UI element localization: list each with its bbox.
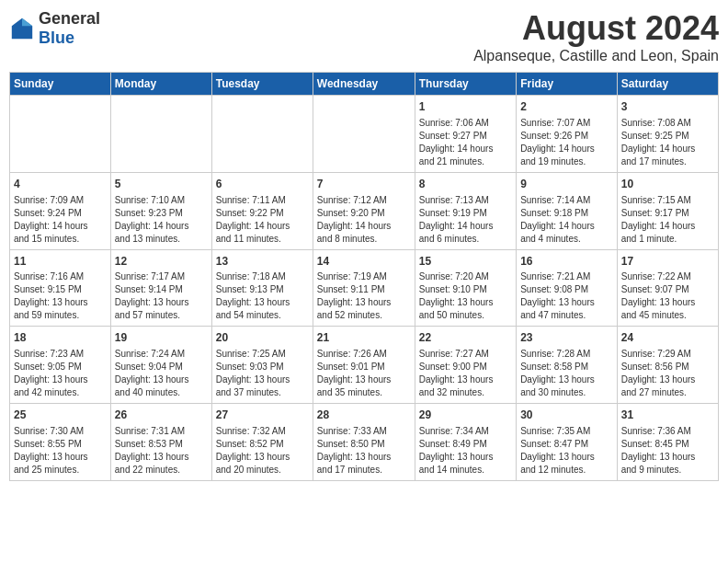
- day-number: 25: [14, 408, 107, 423]
- day-info: Sunrise: 7:19 AM Sunset: 9:11 PM Dayligh…: [317, 270, 411, 322]
- day-number: 28: [317, 408, 411, 423]
- day-info: Sunrise: 7:18 AM Sunset: 9:13 PM Dayligh…: [216, 270, 309, 322]
- day-info: Sunrise: 7:26 AM Sunset: 9:01 PM Dayligh…: [317, 348, 411, 399]
- weekday-header-saturday: Saturday: [617, 73, 718, 96]
- logo: General Blue: [9, 9, 100, 48]
- day-number: 8: [419, 177, 512, 192]
- calendar-day-21: 21Sunrise: 7:26 AM Sunset: 9:01 PM Dayli…: [313, 327, 415, 404]
- day-number: 6: [216, 177, 309, 192]
- calendar-day-17: 17Sunrise: 7:22 AM Sunset: 9:07 PM Dayli…: [617, 249, 718, 327]
- day-info: Sunrise: 7:32 AM Sunset: 8:52 PM Dayligh…: [216, 425, 309, 477]
- day-info: Sunrise: 7:28 AM Sunset: 8:58 PM Dayligh…: [520, 348, 613, 399]
- calendar-empty: [10, 96, 111, 173]
- day-number: 22: [419, 330, 512, 346]
- calendar-day-22: 22Sunrise: 7:27 AM Sunset: 9:00 PM Dayli…: [415, 327, 516, 404]
- day-info: Sunrise: 7:08 AM Sunset: 9:25 PM Dayligh…: [621, 117, 714, 168]
- calendar-day-2: 2Sunrise: 7:07 AM Sunset: 9:26 PM Daylig…: [517, 96, 618, 173]
- calendar-table: SundayMondayTuesdayWednesdayThursdayFrid…: [9, 72, 719, 481]
- day-number: 30: [520, 408, 613, 423]
- day-info: Sunrise: 7:35 AM Sunset: 8:47 PM Dayligh…: [520, 425, 613, 477]
- day-number: 15: [419, 254, 512, 270]
- calendar-day-31: 31Sunrise: 7:36 AM Sunset: 8:45 PM Dayli…: [617, 404, 718, 481]
- day-info: Sunrise: 7:16 AM Sunset: 9:15 PM Dayligh…: [14, 270, 107, 322]
- day-number: 11: [14, 254, 107, 270]
- calendar-week-4: 18Sunrise: 7:23 AM Sunset: 9:05 PM Dayli…: [10, 327, 719, 404]
- day-info: Sunrise: 7:09 AM Sunset: 9:24 PM Dayligh…: [14, 194, 107, 246]
- day-info: Sunrise: 7:33 AM Sunset: 8:50 PM Dayligh…: [317, 425, 411, 477]
- day-number: 17: [621, 254, 714, 270]
- calendar-day-15: 15Sunrise: 7:20 AM Sunset: 9:10 PM Dayli…: [415, 249, 516, 327]
- calendar-day-25: 25Sunrise: 7:30 AM Sunset: 8:55 PM Dayli…: [10, 404, 111, 481]
- day-info: Sunrise: 7:31 AM Sunset: 8:53 PM Dayligh…: [115, 425, 208, 477]
- weekday-header-thursday: Thursday: [415, 73, 516, 96]
- month-year-title: August 2024: [473, 9, 719, 48]
- calendar-week-3: 11Sunrise: 7:16 AM Sunset: 9:15 PM Dayli…: [10, 249, 719, 327]
- day-info: Sunrise: 7:29 AM Sunset: 8:56 PM Dayligh…: [621, 348, 714, 399]
- day-info: Sunrise: 7:07 AM Sunset: 9:26 PM Dayligh…: [520, 117, 613, 168]
- calendar-day-12: 12Sunrise: 7:17 AM Sunset: 9:14 PM Dayli…: [110, 249, 211, 327]
- day-number: 2: [520, 99, 613, 115]
- calendar-day-3: 3Sunrise: 7:08 AM Sunset: 9:25 PM Daylig…: [617, 96, 718, 173]
- weekday-header-monday: Monday: [110, 73, 211, 96]
- logo-general-text: General: [39, 9, 100, 28]
- day-number: 18: [14, 330, 107, 346]
- calendar-day-24: 24Sunrise: 7:29 AM Sunset: 8:56 PM Dayli…: [617, 327, 718, 404]
- day-info: Sunrise: 7:17 AM Sunset: 9:14 PM Dayligh…: [115, 270, 208, 322]
- day-info: Sunrise: 7:21 AM Sunset: 9:08 PM Dayligh…: [520, 270, 613, 322]
- calendar-day-6: 6Sunrise: 7:11 AM Sunset: 9:22 PM Daylig…: [211, 172, 313, 249]
- day-number: 16: [520, 254, 613, 270]
- location-subtitle: Alpanseque, Castille and Leon, Spain: [473, 48, 719, 64]
- calendar-day-18: 18Sunrise: 7:23 AM Sunset: 9:05 PM Dayli…: [10, 327, 111, 404]
- title-block: August 2024 Alpanseque, Castille and Leo…: [473, 9, 719, 64]
- calendar-empty: [110, 96, 211, 173]
- calendar-day-5: 5Sunrise: 7:10 AM Sunset: 9:23 PM Daylig…: [110, 172, 211, 249]
- day-info: Sunrise: 7:36 AM Sunset: 8:45 PM Dayligh…: [621, 425, 714, 477]
- day-info: Sunrise: 7:11 AM Sunset: 9:22 PM Dayligh…: [216, 194, 309, 246]
- day-number: 12: [115, 254, 208, 270]
- day-info: Sunrise: 7:25 AM Sunset: 9:03 PM Dayligh…: [216, 348, 309, 399]
- day-info: Sunrise: 7:24 AM Sunset: 9:04 PM Dayligh…: [115, 348, 208, 399]
- day-number: 4: [14, 177, 107, 192]
- day-info: Sunrise: 7:22 AM Sunset: 9:07 PM Dayligh…: [621, 270, 714, 322]
- calendar-day-1: 1Sunrise: 7:06 AM Sunset: 9:27 PM Daylig…: [415, 96, 516, 173]
- day-info: Sunrise: 7:30 AM Sunset: 8:55 PM Dayligh…: [14, 425, 107, 477]
- day-number: 27: [216, 408, 309, 423]
- page-header: General Blue August 2024 Alpanseque, Cas…: [9, 9, 719, 64]
- day-info: Sunrise: 7:06 AM Sunset: 9:27 PM Dayligh…: [419, 117, 512, 168]
- weekday-header-row: SundayMondayTuesdayWednesdayThursdayFrid…: [10, 73, 719, 96]
- day-number: 19: [115, 330, 208, 346]
- day-number: 7: [317, 177, 411, 192]
- calendar-week-5: 25Sunrise: 7:30 AM Sunset: 8:55 PM Dayli…: [10, 404, 719, 481]
- calendar-day-10: 10Sunrise: 7:15 AM Sunset: 9:17 PM Dayli…: [617, 172, 718, 249]
- calendar-day-14: 14Sunrise: 7:19 AM Sunset: 9:11 PM Dayli…: [313, 249, 415, 327]
- logo-blue-text: Blue: [39, 29, 74, 47]
- day-number: 14: [317, 254, 411, 270]
- day-number: 31: [621, 408, 714, 423]
- calendar-day-30: 30Sunrise: 7:35 AM Sunset: 8:47 PM Dayli…: [517, 404, 618, 481]
- day-info: Sunrise: 7:23 AM Sunset: 9:05 PM Dayligh…: [14, 348, 107, 399]
- day-number: 26: [115, 408, 208, 423]
- calendar-day-9: 9Sunrise: 7:14 AM Sunset: 9:18 PM Daylig…: [517, 172, 618, 249]
- day-number: 13: [216, 254, 309, 270]
- svg-marker-1: [22, 18, 32, 26]
- weekday-header-sunday: Sunday: [10, 73, 111, 96]
- day-info: Sunrise: 7:20 AM Sunset: 9:10 PM Dayligh…: [419, 270, 512, 322]
- calendar-empty: [211, 96, 313, 173]
- calendar-day-29: 29Sunrise: 7:34 AM Sunset: 8:49 PM Dayli…: [415, 404, 516, 481]
- calendar-day-16: 16Sunrise: 7:21 AM Sunset: 9:08 PM Dayli…: [517, 249, 618, 327]
- calendar-day-7: 7Sunrise: 7:12 AM Sunset: 9:20 PM Daylig…: [313, 172, 415, 249]
- day-number: 9: [520, 177, 613, 192]
- calendar-week-1: 1Sunrise: 7:06 AM Sunset: 9:27 PM Daylig…: [10, 96, 719, 173]
- weekday-header-friday: Friday: [517, 73, 618, 96]
- day-info: Sunrise: 7:12 AM Sunset: 9:20 PM Dayligh…: [317, 194, 411, 246]
- calendar-day-13: 13Sunrise: 7:18 AM Sunset: 9:13 PM Dayli…: [211, 249, 313, 327]
- logo-icon: [9, 16, 35, 41]
- day-number: 29: [419, 408, 512, 423]
- calendar-day-8: 8Sunrise: 7:13 AM Sunset: 9:19 PM Daylig…: [415, 172, 516, 249]
- day-number: 24: [621, 330, 714, 346]
- day-number: 1: [419, 99, 512, 115]
- day-number: 3: [621, 99, 714, 115]
- day-number: 5: [115, 177, 208, 192]
- day-number: 20: [216, 330, 309, 346]
- calendar-day-26: 26Sunrise: 7:31 AM Sunset: 8:53 PM Dayli…: [110, 404, 211, 481]
